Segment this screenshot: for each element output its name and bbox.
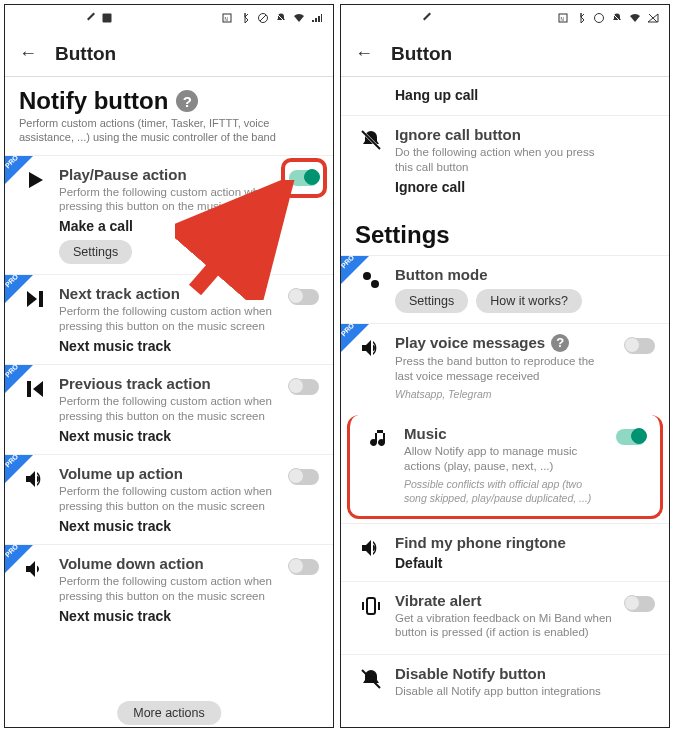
volume-up-icon — [23, 467, 47, 491]
item-sub: Perform the following custom action when… — [59, 574, 277, 604]
bluetooth-icon — [575, 12, 587, 24]
item-title: Play voice messages — [395, 334, 545, 351]
svg-text:N: N — [225, 17, 228, 22]
item-volume-down[interactable]: Volume down action Perform the following… — [5, 544, 333, 634]
item-button-mode[interactable]: Button mode Settings How it works? — [341, 255, 669, 323]
item-sub: Press the band button to reproduce the l… — [395, 354, 613, 384]
item-title: Next track action — [59, 285, 319, 302]
vibrate-icon — [359, 594, 383, 618]
item-value: Hang up call — [395, 87, 655, 103]
item-ignore-call[interactable]: Ignore call button Do the following acti… — [341, 115, 669, 205]
item-note: Possible conflicts with official app (tw… — [404, 478, 604, 505]
gears-icon — [359, 268, 383, 292]
speaker-icon — [359, 336, 383, 360]
how-it-works-chip[interactable]: How it works? — [476, 289, 582, 313]
item-ringtone[interactable]: Find my phone ringtone Default — [341, 523, 669, 581]
item-title: Disable Notify button — [395, 665, 655, 682]
item-value: Next music track — [59, 428, 319, 444]
content-scroll[interactable]: Hang up call Ignore call button Do the f… — [341, 77, 669, 727]
item-title: Vibrate alert — [395, 592, 655, 609]
phone-right: N ← Button Hang up call Ignore call butt… — [340, 4, 670, 728]
toggle-music[interactable] — [616, 429, 646, 445]
item-title: Volume up action — [59, 465, 319, 482]
toggle-voldown[interactable] — [289, 559, 319, 575]
appbar-title: Button — [55, 43, 116, 65]
disable-icon — [359, 667, 383, 691]
item-sub: Perform the following custom action when… — [59, 484, 277, 514]
item-sub: Do the following action when you press t… — [395, 145, 613, 175]
play-icon — [23, 168, 47, 192]
back-icon[interactable]: ← — [355, 43, 373, 64]
signal-icon — [647, 12, 659, 24]
item-next-track[interactable]: Next track action Perform the following … — [5, 274, 333, 364]
toggle-voice[interactable] — [625, 338, 655, 354]
item-value: Ignore call — [395, 179, 655, 195]
item-volume-up[interactable]: Volume up action Perform the following c… — [5, 454, 333, 544]
prev-icon — [23, 377, 47, 401]
brush-icon — [85, 12, 97, 24]
item-value: Next music track — [59, 518, 319, 534]
dnd-icon — [257, 12, 269, 24]
bluetooth-icon — [239, 12, 251, 24]
dnd-icon — [593, 12, 605, 24]
svg-point-9 — [595, 14, 604, 23]
more-actions-chip[interactable]: More actions — [117, 701, 221, 725]
signal-icon — [311, 12, 323, 24]
image-icon — [101, 12, 113, 24]
appbar-title: Button — [391, 43, 452, 65]
item-apps: Whatsapp, Telegram — [395, 388, 613, 402]
item-value: Default — [395, 555, 655, 571]
toggle-prev[interactable] — [289, 379, 319, 395]
statusbar: N — [341, 5, 669, 31]
item-value: Next music track — [59, 608, 319, 624]
help-icon[interactable]: ? — [551, 334, 569, 352]
item-value: Next music track — [59, 338, 319, 354]
bell-off-icon — [359, 128, 383, 152]
item-sub: Perform the following custom action when… — [59, 185, 277, 215]
item-sub: Perform the following custom action when… — [59, 304, 277, 334]
nfc-icon: N — [557, 12, 569, 24]
item-vibrate[interactable]: Vibrate alert Get a vibration feedback o… — [341, 581, 669, 655]
svg-rect-16 — [367, 598, 375, 614]
item-music[interactable]: Music Allow Notify app to manage music a… — [347, 415, 663, 518]
svg-text:N: N — [561, 17, 564, 22]
settings-heading: Settings — [341, 205, 669, 255]
section-title-row: Notify button ? — [5, 77, 333, 117]
wifi-icon — [629, 12, 641, 24]
svg-rect-0 — [103, 14, 112, 23]
brush-icon — [421, 12, 433, 24]
item-voice-messages[interactable]: Play voice messages ? Press the band but… — [341, 323, 669, 412]
toggle-next[interactable] — [289, 289, 319, 305]
section-subtitle: Perform custom actions (timer, Tasker, I… — [5, 117, 333, 155]
speaker-icon — [359, 536, 383, 560]
item-title: Volume down action — [59, 555, 319, 572]
toggle-volup[interactable] — [289, 469, 319, 485]
item-title: Previous track action — [59, 375, 319, 392]
help-icon[interactable]: ? — [176, 90, 198, 112]
content-scroll[interactable]: Notify button ? Perform custom actions (… — [5, 77, 333, 727]
nfc-icon: N — [221, 12, 233, 24]
appbar: ← Button — [5, 31, 333, 77]
item-hangup[interactable]: Hang up call — [341, 77, 669, 115]
back-icon[interactable]: ← — [19, 43, 37, 64]
item-title: Button mode — [395, 266, 655, 283]
statusbar: N — [5, 5, 333, 31]
svg-line-4 — [260, 15, 266, 21]
mute-icon — [611, 12, 623, 24]
item-title: Play/Pause action — [59, 166, 319, 183]
item-title: Ignore call button — [395, 126, 655, 143]
music-icon — [368, 427, 392, 451]
item-title: Music — [404, 425, 646, 442]
item-play-pause[interactable]: Play/Pause action Perform the following … — [5, 155, 333, 275]
phone-left: N ← Button Notify button ? Perform custo… — [4, 4, 334, 728]
settings-chip[interactable]: Settings — [59, 240, 132, 264]
toggle-vibrate[interactable] — [625, 596, 655, 612]
item-sub: Get a vibration feedback on Mi Band when… — [395, 611, 613, 641]
item-sub: Perform the following custom action when… — [59, 394, 277, 424]
item-sub: Allow Notify app to manage music actions… — [404, 444, 604, 474]
item-disable-notify[interactable]: Disable Notify button Disable all Notify… — [341, 654, 669, 713]
item-prev-track[interactable]: Previous track action Perform the follow… — [5, 364, 333, 454]
svg-point-14 — [363, 272, 371, 280]
settings-chip[interactable]: Settings — [395, 289, 468, 313]
next-icon — [23, 287, 47, 311]
